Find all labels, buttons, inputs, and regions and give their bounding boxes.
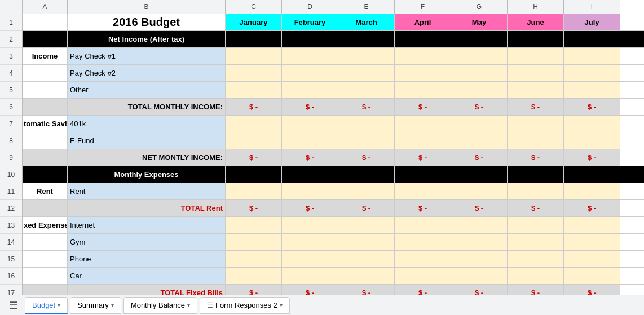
r12-h[interactable]: $ -	[508, 200, 564, 216]
tab-monthly-balance[interactable]: Monthly Balance ▾	[123, 297, 197, 314]
r4-paycheck2[interactable]: Pay Check #2	[68, 65, 226, 81]
r3-i[interactable]	[564, 48, 620, 64]
r17-i[interactable]: $ -	[564, 285, 620, 295]
r9-g[interactable]: $ -	[451, 149, 508, 166]
r14-gym[interactable]: Gym	[68, 234, 226, 250]
r9-c[interactable]: $ -	[226, 149, 282, 166]
r5-c[interactable]	[226, 82, 282, 98]
r6-e[interactable]: $ -	[338, 99, 395, 115]
r8-efund[interactable]: E-Fund	[68, 132, 226, 149]
r1-apr[interactable]: April	[395, 14, 451, 30]
hamburger-icon[interactable]: ☰	[5, 295, 23, 316]
r3-e[interactable]	[338, 48, 395, 64]
r12-g[interactable]: $ -	[451, 200, 508, 216]
r16-car[interactable]: Car	[68, 268, 226, 284]
r14-d[interactable]	[282, 234, 338, 250]
r15-e[interactable]	[338, 251, 395, 267]
r6-g[interactable]: $ -	[451, 99, 508, 115]
r13-g[interactable]	[451, 217, 508, 233]
r13-internet[interactable]: Internet	[68, 217, 226, 233]
r13-c[interactable]	[226, 217, 282, 233]
r7-g[interactable]	[451, 116, 508, 132]
r13-h[interactable]	[508, 217, 564, 233]
r3-g[interactable]	[451, 48, 508, 64]
r16-d[interactable]	[282, 268, 338, 284]
r17-e[interactable]: $ -	[338, 285, 395, 295]
r8-e[interactable]	[338, 132, 395, 149]
r16-g[interactable]	[451, 268, 508, 284]
r7-e[interactable]	[338, 116, 395, 132]
r14-i[interactable]	[564, 234, 620, 250]
tab-budget[interactable]: Budget ▾	[25, 297, 68, 314]
r17-g[interactable]: $ -	[451, 285, 508, 295]
r14-c[interactable]	[226, 234, 282, 250]
r4-i[interactable]	[564, 65, 620, 81]
r3-h[interactable]	[508, 48, 564, 64]
r4-d[interactable]	[282, 65, 338, 81]
r3-category[interactable]: Income	[23, 48, 68, 64]
r11-f[interactable]	[395, 183, 451, 199]
r11-c[interactable]	[226, 183, 282, 199]
r16-e[interactable]	[338, 268, 395, 284]
tab-summary[interactable]: Summary ▾	[70, 297, 121, 314]
r11-i[interactable]	[564, 183, 620, 199]
r4-g[interactable]	[451, 65, 508, 81]
r8-g[interactable]	[451, 132, 508, 149]
tab-form-responses[interactable]: ☰ Form Responses 2 ▾	[200, 297, 290, 314]
r7-d[interactable]	[282, 116, 338, 132]
r4-e[interactable]	[338, 65, 395, 81]
r1-feb[interactable]: February	[282, 14, 338, 30]
r7-f[interactable]	[395, 116, 451, 132]
r9-i[interactable]: $ -	[564, 149, 620, 166]
r7-401k[interactable]: 401k	[68, 116, 226, 132]
r5-e[interactable]	[338, 82, 395, 98]
r16-f[interactable]	[395, 268, 451, 284]
r13-d[interactable]	[282, 217, 338, 233]
r8-d[interactable]	[282, 132, 338, 149]
r1-jul[interactable]: July	[564, 14, 620, 30]
r14-e[interactable]	[338, 234, 395, 250]
r13-f[interactable]	[395, 217, 451, 233]
r11-d[interactable]	[282, 183, 338, 199]
r9-d[interactable]: $ -	[282, 149, 338, 166]
r9-e[interactable]: $ -	[338, 149, 395, 166]
r12-c[interactable]: $ -	[226, 200, 282, 216]
r7-i[interactable]	[564, 116, 620, 132]
r13-i[interactable]	[564, 217, 620, 233]
r5-g[interactable]	[451, 82, 508, 98]
r7-h[interactable]	[508, 116, 564, 132]
r9-f[interactable]: $ -	[395, 149, 451, 166]
r12-d[interactable]: $ -	[282, 200, 338, 216]
r14-f[interactable]	[395, 234, 451, 250]
r15-phone[interactable]: Phone	[68, 251, 226, 267]
r15-g[interactable]	[451, 251, 508, 267]
r9-h[interactable]: $ -	[508, 149, 564, 166]
r5-other[interactable]: Other	[68, 82, 226, 98]
r16-i[interactable]	[564, 268, 620, 284]
r1-title[interactable]: 2016 Budget	[68, 14, 226, 30]
r1-jun[interactable]: June	[508, 14, 564, 30]
r7-c[interactable]	[226, 116, 282, 132]
r5-i[interactable]	[564, 82, 620, 98]
r1-may[interactable]: May	[451, 14, 508, 30]
r17-d[interactable]: $ -	[282, 285, 338, 295]
r1-jan[interactable]: January	[226, 14, 282, 30]
r11-e[interactable]	[338, 183, 395, 199]
r14-h[interactable]	[508, 234, 564, 250]
r16-c[interactable]	[226, 268, 282, 284]
r6-c[interactable]: $ -	[226, 99, 282, 115]
r17-f[interactable]: $ -	[395, 285, 451, 295]
r5-f[interactable]	[395, 82, 451, 98]
r6-h[interactable]: $ -	[508, 99, 564, 115]
r11-rent[interactable]: Rent	[68, 183, 226, 199]
r1-col-a[interactable]	[23, 14, 68, 30]
r15-i[interactable]	[564, 251, 620, 267]
r5-h[interactable]	[508, 82, 564, 98]
r13-e[interactable]	[338, 217, 395, 233]
r8-f[interactable]	[395, 132, 451, 149]
r6-d[interactable]: $ -	[282, 99, 338, 115]
r12-f[interactable]: $ -	[395, 200, 451, 216]
r17-h[interactable]: $ -	[508, 285, 564, 295]
r12-e[interactable]: $ -	[338, 200, 395, 216]
r11-g[interactable]	[451, 183, 508, 199]
